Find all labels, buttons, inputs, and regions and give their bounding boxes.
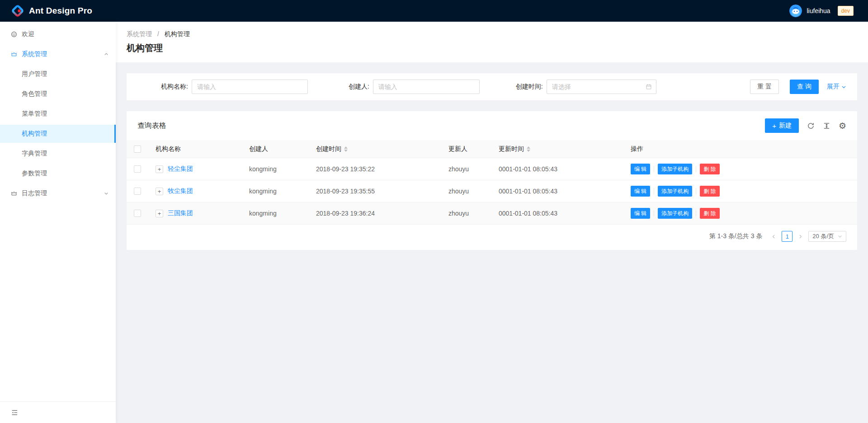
created-at-datepicker[interactable] bbox=[547, 80, 656, 94]
username[interactable]: liufeihua bbox=[807, 7, 830, 14]
prev-page-button[interactable] bbox=[769, 234, 778, 239]
column-header-created-label: 创建时间 bbox=[316, 145, 341, 153]
breadcrumb-parent[interactable]: 系统管理 bbox=[127, 30, 152, 38]
created-cell: 2018-09-23 19:36:24 bbox=[309, 210, 441, 217]
column-header-name: 机构名称 bbox=[148, 145, 242, 153]
created-cell: 2018-09-23 19:35:55 bbox=[309, 188, 441, 195]
page-size-select[interactable]: 20 条/页 bbox=[808, 231, 846, 242]
crown-icon bbox=[11, 190, 17, 197]
creator-cell: kongming bbox=[242, 165, 309, 173]
chevron-down-icon bbox=[104, 191, 108, 196]
env-tag: dev bbox=[838, 6, 854, 16]
sidebar-item-label: 系统管理 bbox=[22, 50, 47, 58]
calendar-icon bbox=[646, 84, 652, 90]
plus-icon: + bbox=[772, 122, 776, 129]
expand-filter-label: 展开 bbox=[827, 83, 840, 91]
sidebar-item-user-mgmt[interactable]: 用户管理 bbox=[0, 65, 116, 83]
sorter-icon bbox=[527, 146, 530, 152]
reload-icon[interactable] bbox=[807, 122, 815, 130]
add-child-org-button[interactable]: 添加子机构 bbox=[658, 186, 692, 197]
column-header-updater: 更新人 bbox=[441, 145, 491, 153]
sidebar-item-org-mgmt[interactable]: 机构管理 bbox=[0, 125, 116, 143]
sidebar-item-menu-mgmt[interactable]: 菜单管理 bbox=[0, 105, 116, 123]
delete-button[interactable]: 删 除 bbox=[700, 186, 719, 197]
updater-cell: zhouyu bbox=[441, 165, 491, 173]
add-child-org-button[interactable]: 添加子机构 bbox=[658, 208, 692, 219]
row-checkbox[interactable] bbox=[134, 165, 141, 173]
edit-button[interactable]: 编 辑 bbox=[631, 186, 650, 197]
table-row: + 轻尘集团 kongming 2018-09-23 19:35:22 zhou… bbox=[127, 158, 857, 180]
page-header: 系统管理 / 机构管理 机构管理 bbox=[116, 22, 868, 62]
select-all-checkbox[interactable] bbox=[134, 146, 141, 153]
sidebar-menu: 欢迎 系统管理 用户管理 角色管理 菜单管理 bbox=[0, 22, 116, 401]
pagination-total: 第 1-3 条/总共 3 条 bbox=[709, 232, 762, 240]
new-button-label: 新建 bbox=[779, 122, 792, 130]
row-checkbox[interactable] bbox=[134, 210, 141, 217]
column-header-actions: 操作 bbox=[623, 145, 857, 153]
table-title: 查询表格 bbox=[137, 121, 166, 131]
new-button[interactable]: + 新建 bbox=[765, 118, 799, 133]
sidebar-item-role-mgmt[interactable]: 角色管理 bbox=[0, 85, 116, 103]
delete-button[interactable]: 删 除 bbox=[700, 208, 719, 219]
column-header-updated[interactable]: 更新时间 bbox=[499, 145, 530, 153]
sidebar-submenu-system[interactable]: 系统管理 bbox=[0, 45, 116, 63]
creator-label: 创建人: bbox=[349, 83, 369, 91]
reset-button[interactable]: 重 置 bbox=[750, 80, 779, 94]
user-avatar[interactable] bbox=[789, 5, 802, 17]
sidebar-item-label: 机构管理 bbox=[22, 130, 47, 138]
brand[interactable]: Ant Design Pro bbox=[7, 4, 92, 18]
edit-button[interactable]: 编 辑 bbox=[631, 208, 650, 219]
app-header: Ant Design Pro liufeihua dev bbox=[0, 0, 868, 22]
vertical-divider bbox=[654, 210, 654, 216]
breadcrumb-current: 机构管理 bbox=[165, 30, 190, 38]
density-icon[interactable] bbox=[823, 122, 830, 130]
breadcrumb-separator: / bbox=[157, 30, 159, 38]
row-checkbox[interactable] bbox=[134, 188, 141, 195]
page-number-button[interactable]: 1 bbox=[782, 231, 793, 242]
menu-fold-icon[interactable] bbox=[11, 409, 18, 416]
chevron-down-icon bbox=[838, 234, 842, 239]
table-header-row: 机构名称 创建人 创建时间 更新人 更新时间 bbox=[127, 140, 857, 158]
breadcrumb: 系统管理 / 机构管理 bbox=[127, 29, 857, 39]
org-name-link[interactable]: 牧尘集团 bbox=[168, 187, 193, 195]
created-at-label: 创建时间: bbox=[516, 83, 543, 91]
column-header-created[interactable]: 创建时间 bbox=[316, 145, 348, 153]
org-name-label: 机构名称: bbox=[161, 83, 188, 91]
creator-cell: kongming bbox=[242, 210, 309, 217]
next-page-button[interactable] bbox=[796, 234, 805, 239]
expand-filter-link[interactable]: 展开 bbox=[827, 83, 846, 91]
edit-button[interactable]: 编 辑 bbox=[631, 164, 650, 174]
org-name-input[interactable] bbox=[192, 80, 308, 94]
creator-cell: kongming bbox=[242, 188, 309, 195]
updated-cell: 0001-01-01 08:05:43 bbox=[491, 165, 623, 173]
gear-icon[interactable]: ⚙ bbox=[839, 122, 846, 130]
vertical-divider bbox=[696, 166, 696, 172]
chevron-up-icon bbox=[104, 52, 108, 56]
sidebar-item-param-mgmt[interactable]: 参数管理 bbox=[0, 164, 116, 183]
updater-cell: zhouyu bbox=[441, 210, 491, 217]
created-cell: 2018-09-23 19:35:22 bbox=[309, 165, 441, 173]
org-name-link[interactable]: 轻尘集团 bbox=[168, 165, 193, 173]
column-header-creator: 创建人 bbox=[242, 145, 309, 153]
crown-icon bbox=[11, 51, 17, 57]
chevron-down-icon bbox=[841, 85, 846, 89]
pagination: 第 1-3 条/总共 3 条 1 20 条/页 bbox=[127, 225, 857, 246]
smile-icon bbox=[11, 31, 17, 38]
page-title: 机构管理 bbox=[127, 42, 857, 54]
add-child-org-button[interactable]: 添加子机构 bbox=[658, 164, 692, 174]
delete-button[interactable]: 删 除 bbox=[700, 164, 719, 174]
app-title: Ant Design Pro bbox=[29, 6, 92, 16]
table-card: 查询表格 + 新建 bbox=[127, 111, 857, 250]
sidebar-item-label: 用户管理 bbox=[22, 70, 47, 78]
expand-row-icon[interactable]: + bbox=[156, 165, 163, 173]
query-button[interactable]: 查 询 bbox=[790, 80, 819, 94]
org-name-link[interactable]: 三国集团 bbox=[168, 209, 193, 217]
creator-input[interactable] bbox=[373, 80, 480, 94]
expand-row-icon[interactable]: + bbox=[156, 210, 163, 217]
expand-row-icon[interactable]: + bbox=[156, 188, 163, 195]
vertical-divider bbox=[696, 188, 696, 194]
sidebar-item-welcome[interactable]: 欢迎 bbox=[0, 25, 116, 43]
app-logo-icon bbox=[11, 4, 24, 18]
sidebar-submenu-log[interactable]: 日志管理 bbox=[0, 184, 116, 202]
sidebar-item-dict-mgmt[interactable]: 字典管理 bbox=[0, 145, 116, 163]
